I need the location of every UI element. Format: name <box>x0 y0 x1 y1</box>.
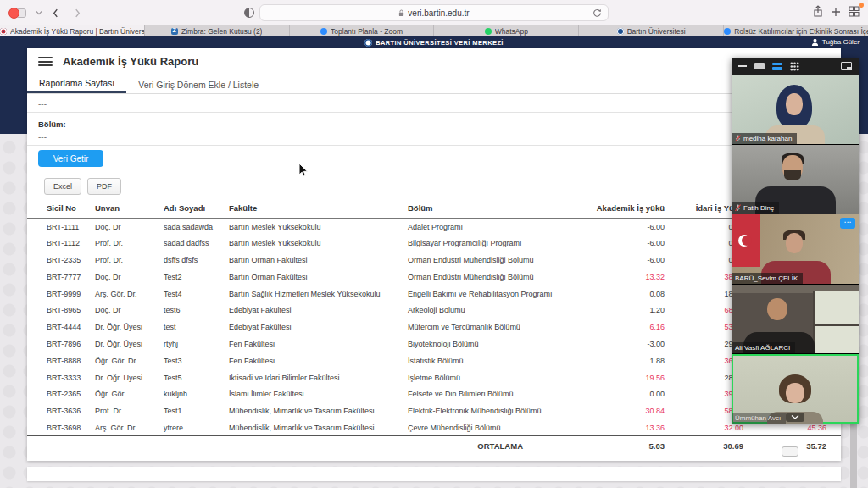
department-select[interactable]: --- <box>38 132 841 141</box>
header-ad: Adı Soyadı <box>164 201 229 219</box>
participant-video-ummuhan[interactable]: Ümmühan Avcı <box>732 353 859 424</box>
table-footer-button[interactable] <box>782 446 798 457</box>
fetch-data-button[interactable]: Veri Getir <box>38 150 103 167</box>
report-filter-form: --- Bölüm: --- <box>27 96 841 146</box>
video-panel-toolbar <box>732 58 859 75</box>
browser-tab-zoom-content[interactable]: Rolsüz Katılımcılar için Etkinlik Sonras… <box>724 25 868 36</box>
cell-bolum: Orman Endüstri Mühendisliği Bölümü <box>408 269 570 286</box>
participant-options-button[interactable]: ⋯ <box>840 218 855 229</box>
period-select[interactable]: --- <box>38 99 841 108</box>
cell-bolum: Adalet Programı <box>408 219 570 236</box>
table-footer-row: ORTALAMA 5.03 30.69 35.72 <box>27 436 841 455</box>
address-bar[interactable]: veri.bartin.edu.tr <box>259 4 609 21</box>
header-bolum: Bölüm <box>408 201 570 219</box>
table-row: BRT-2335 Prof. Dr. dsffs dfsfs Bartın Or… <box>27 252 841 269</box>
turkish-flag <box>732 214 760 267</box>
back-button[interactable] <box>47 5 63 20</box>
cell-akademik-is-yuku: 13.36 <box>570 419 665 436</box>
muted-mic-icon <box>735 204 741 212</box>
participant-name-label: Fatih Dinç <box>732 202 779 214</box>
cell-fakulte: İktisadi ve İdari Bilimler Fakültesi <box>229 369 408 386</box>
pdf-export-button[interactable]: PDF <box>87 178 121 195</box>
report-table-body: BRT-1111 Doç. Dr sada sadawda Bartın Mes… <box>27 219 841 436</box>
mouse-cursor <box>298 163 309 178</box>
cell-fakulte: Bartın Sağlık Hizmetleri Meslek Yüksekok… <box>229 286 408 302</box>
cell-unvan: Arş. Gör. Dr. <box>95 286 164 302</box>
cell-ad-soyadi: Test5 <box>164 369 229 386</box>
browser-tab-strip: Akademik İş Yükü Raporu | Bartın Ünivers… <box>0 25 868 36</box>
cell-fakulte: Edebiyat Fakültesi <box>229 302 408 319</box>
cell-ad-soyadi: dsffs dfsfs <box>164 252 229 269</box>
tab-veri-giris[interactable]: Veri Giriş Dönem Ekle / Listele <box>126 75 270 93</box>
average-label: ORTALAMA <box>27 436 570 455</box>
tab-overview-icon[interactable] <box>849 5 860 20</box>
gallery-view-icon[interactable] <box>772 63 782 70</box>
cell-akademik-is-yuku: 0.00 <box>570 385 665 402</box>
lock-icon <box>398 9 404 17</box>
bartin-favicon <box>0 28 7 35</box>
speaker-view-icon[interactable] <box>754 63 765 69</box>
bartin-crest-favicon <box>617 28 624 35</box>
browser-tab-bartin[interactable]: Bartın Üniversitesi <box>579 25 724 36</box>
cell-bolum: Bilgisayar Programcılığı Programı <box>408 235 570 252</box>
participant-video-mediha[interactable]: mediha karahan <box>732 75 859 144</box>
url-text: veri.bartin.edu.tr <box>408 8 469 18</box>
cell-sicil: BRT-1112 <box>27 235 95 252</box>
zimbra-favicon <box>171 28 178 35</box>
cell-ad-soyadi: ytrere <box>164 419 229 436</box>
popout-layout-icon[interactable] <box>841 62 852 70</box>
cell-akademik-is-yuku: -6.00 <box>570 235 665 252</box>
user-name: Tuğba Güler <box>822 38 860 46</box>
header-unvan: Unvan <box>95 201 164 219</box>
reload-icon[interactable] <box>593 8 602 19</box>
video-conference-panel: mediha karahan Fatih Dinç ⋯ BARÜ_Sevim Ç… <box>732 58 859 424</box>
user-menu[interactable]: Tuğba Güler <box>811 38 860 46</box>
menu-icon[interactable] <box>38 57 53 66</box>
cell-ad-soyadi: test6 <box>164 302 229 319</box>
browser-tab-whatsapp[interactable]: WhatsApp <box>434 25 579 36</box>
cell-sicil: BRT-9999 <box>27 286 95 302</box>
participant-face <box>786 93 803 115</box>
person-icon <box>811 38 819 46</box>
cell-fakulte: Bartın Orman Fakültesi <box>229 269 408 286</box>
excel-export-button[interactable]: Excel <box>44 178 81 195</box>
participant-video-fatih[interactable]: Fatih Dinç <box>732 144 859 214</box>
table-row: BRT-4444 Dr. Öğr. Üyesi test Edebiyat Fa… <box>27 319 841 336</box>
chevron-down-icon[interactable] <box>36 10 42 15</box>
privacy-shield-icon[interactable] <box>244 8 254 18</box>
tab-raporlama[interactable]: Raporlama Sayfası <box>27 75 126 93</box>
divider <box>27 112 841 113</box>
participant-face <box>786 233 803 253</box>
share-icon[interactable] <box>813 5 823 20</box>
participant-video-sevim[interactable]: ⋯ BARÜ_Sevim ÇELİK <box>732 214 859 284</box>
cell-akademik-is-yuku: 19.56 <box>570 369 665 386</box>
header-sicil: Sicil No <box>27 201 95 219</box>
chevron-down-icon <box>791 415 799 419</box>
participant-video-ali[interactable]: Ali Vasfi AĞLARCI <box>732 284 859 354</box>
table-row: BRT-1112 Prof. Dr. sadad dadfss Bartın M… <box>27 235 841 252</box>
cell-bolum: Mütercim ve Tercümanlık Bölümü <box>408 319 570 336</box>
cell-bolum: Arkeoloji Bölümü <box>408 302 570 319</box>
grid-view-icon[interactable] <box>790 62 799 71</box>
new-tab-icon[interactable] <box>831 5 841 20</box>
browser-tab-zoom-plan[interactable]: Toplantı Planla - Zoom <box>290 25 435 36</box>
table-row: BRT-3636 Prof. Dr. Test1 Mühendislik, Mi… <box>27 402 841 419</box>
cell-sicil: BRT-3636 <box>27 402 95 419</box>
browser-tab-akademik[interactable]: Akademik İş Yükü Raporu | Bartın Ünivers… <box>0 25 145 36</box>
cell-fakulte: İslami İlimler Fakültesi <box>229 385 408 402</box>
minimize-icon[interactable] <box>738 65 747 67</box>
cell-ad-soyadi: kukljnh <box>164 385 229 402</box>
page-title: Akademik İş Yükü Raporu <box>63 55 198 68</box>
room-window <box>813 291 859 354</box>
browser-tab-zimbra[interactable]: Zimbra: Gelen Kutusu (2) <box>145 25 290 36</box>
window-controls[interactable] <box>8 8 31 19</box>
participant-beard <box>784 170 801 180</box>
participant-name-label: Ali Vasfi AĞLARCI <box>732 342 795 353</box>
forward-button[interactable] <box>70 5 85 20</box>
cell-akademik-is-yuku: -6.00 <box>570 252 665 269</box>
cell-sicil: BRT-3333 <box>27 369 95 386</box>
cell-ad-soyadi: Test1 <box>164 402 229 419</box>
collapse-panel-button[interactable] <box>786 413 804 422</box>
close-window-icon[interactable] <box>8 8 19 19</box>
participant-name-label: Ümmühan Avcı <box>732 413 786 424</box>
